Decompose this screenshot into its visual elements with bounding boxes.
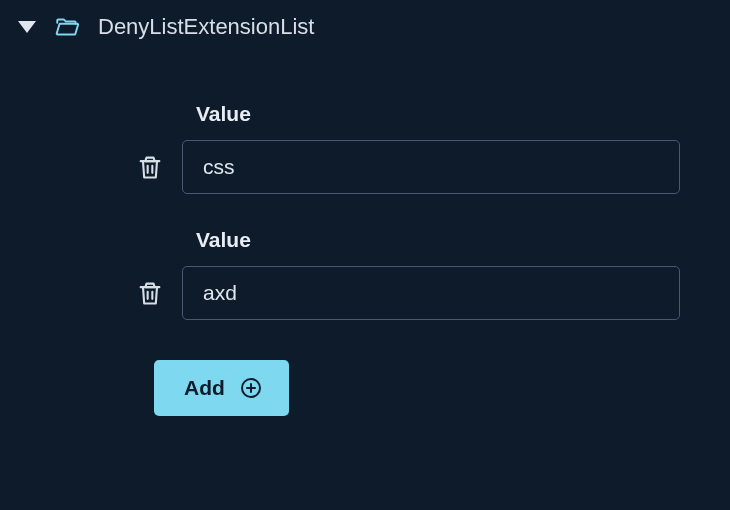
folder-open-icon	[54, 14, 80, 40]
list-item	[136, 140, 730, 194]
trash-icon[interactable]	[136, 153, 164, 181]
value-input[interactable]	[182, 266, 680, 320]
items-container: Value Value Add	[18, 102, 730, 416]
value-input[interactable]	[182, 140, 680, 194]
add-button-label: Add	[184, 376, 225, 400]
section-header: DenyListExtensionList	[18, 14, 730, 40]
section-title: DenyListExtensionList	[98, 14, 314, 40]
add-button[interactable]: Add	[154, 360, 289, 416]
plus-circle-icon	[239, 376, 263, 400]
collapse-caret-icon[interactable]	[18, 21, 36, 33]
value-label: Value	[136, 228, 730, 252]
list-item	[136, 266, 730, 320]
value-label: Value	[136, 102, 730, 126]
trash-icon[interactable]	[136, 279, 164, 307]
